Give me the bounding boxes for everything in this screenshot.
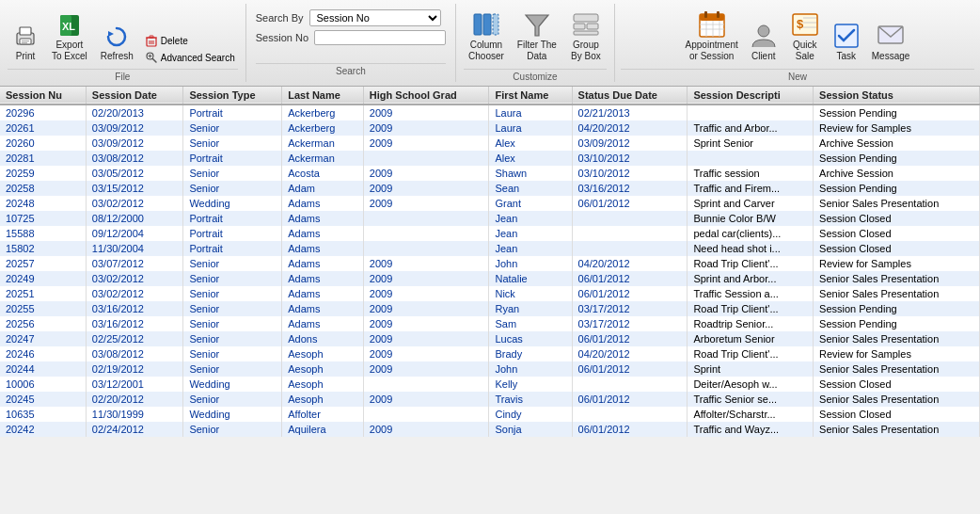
table-row[interactable]: 2026003/09/2012SeniorAckerman2009Alex03/… (0, 136, 980, 151)
cell-11-3: Adams (282, 271, 364, 286)
table-row[interactable]: 2025803/15/2012SeniorAdam2009Sean03/16/2… (0, 181, 980, 196)
cell-14-7: Roadtrip Senior... (688, 316, 814, 331)
message-icon (876, 21, 906, 51)
table-row[interactable]: 2024702/25/2012SeniorAdons2009Lucas06/01… (0, 331, 980, 346)
col-high-school-grad[interactable]: High School Grad (363, 87, 489, 104)
cell-1-6: 04/20/2012 (572, 120, 688, 136)
cell-19-6: 06/01/2012 (572, 392, 688, 407)
table-row[interactable]: 2025603/16/2012SeniorAdams2009Sam03/17/2… (0, 316, 980, 331)
svg-rect-24 (574, 24, 585, 29)
table-row[interactable]: 2025903/05/2012SeniorAcosta2009Shawn03/1… (0, 166, 980, 181)
svg-rect-1 (20, 27, 31, 35)
cell-19-7: Traffic Senior se... (688, 392, 814, 407)
cell-11-5: Natalie (489, 271, 572, 286)
col-session-status[interactable]: Session Status (814, 87, 980, 104)
cell-16-3: Aesoph (282, 346, 364, 361)
cell-16-5: Brady (489, 346, 572, 361)
table-row[interactable]: 2024803/02/2012WeddingAdams2009Grant06/0… (0, 196, 980, 211)
col-first-name[interactable]: First Name (489, 87, 572, 104)
cell-13-4: 2009 (363, 301, 489, 316)
cell-12-4: 2009 (363, 286, 489, 301)
cell-13-2: Senior (183, 301, 282, 316)
svg-rect-20 (483, 14, 491, 35)
table-row[interactable]: 2024603/08/2012SeniorAesoph2009Brady04/2… (0, 346, 980, 361)
quick-sale-button[interactable]: $ QuickSale (785, 7, 825, 65)
client-button[interactable]: Client (744, 18, 783, 65)
appointment-button[interactable]: Appointmentor Session (682, 7, 742, 65)
print-button[interactable]: Print (8, 21, 43, 65)
table-row[interactable]: 2024402/19/2012SeniorAesoph2009John06/01… (0, 361, 980, 377)
table-row[interactable]: 2025503/16/2012SeniorAdams2009Ryan03/17/… (0, 301, 980, 316)
cell-0-0: 20296 (0, 104, 86, 120)
cell-12-2: Senior (183, 286, 282, 301)
col-session-date[interactable]: Session Date (86, 87, 183, 104)
cell-11-7: Sprint and Arbor... (688, 271, 814, 286)
table-row[interactable]: 2028103/08/2012PortraitAckermanAlex03/10… (0, 151, 980, 166)
cell-3-3: Ackerman (282, 151, 364, 166)
message-button[interactable]: Message (868, 18, 914, 65)
cell-6-2: Wedding (183, 196, 282, 211)
cell-14-5: Sam (489, 316, 572, 331)
table-row[interactable]: 2025103/02/2012SeniorAdams2009Nick06/01/… (0, 286, 980, 301)
cell-7-1: 08/12/2000 (86, 211, 183, 226)
cell-18-1: 03/12/2001 (86, 377, 183, 392)
table-row[interactable]: 1580211/30/2004PortraitAdamsJeanNeed hea… (0, 241, 980, 256)
cell-12-7: Traffic Session a... (688, 286, 814, 301)
svg-line-16 (152, 58, 156, 62)
column-chooser-button[interactable]: ColumnChooser (464, 7, 509, 65)
col-session-descripti[interactable]: Session Descripti (688, 87, 814, 104)
cell-0-6: 02/21/2013 (572, 104, 688, 120)
client-label: Client (751, 51, 776, 62)
cell-16-0: 20246 (0, 346, 86, 361)
table-row[interactable]: 2026103/09/2012SeniorAckerberg2009Laura0… (0, 120, 980, 136)
cell-2-4: 2009 (363, 136, 489, 151)
table-row[interactable]: 2024202/24/2012SeniorAquilera2009Sonja06… (0, 422, 980, 437)
cell-15-0: 20247 (0, 331, 86, 346)
cell-14-6: 03/17/2012 (572, 316, 688, 331)
new-icons: Appointmentor Session Client $ (682, 4, 914, 69)
table-row[interactable]: 2024903/02/2012SeniorAdams2009Natalie06/… (0, 271, 980, 286)
delete-button[interactable]: Delete (142, 33, 238, 48)
group-by-icon (571, 9, 601, 40)
col-status-due-date[interactable]: Status Due Date (572, 87, 688, 104)
col-session-nu[interactable]: Session Nu (0, 87, 86, 104)
filter-data-button[interactable]: Filter TheData (513, 7, 561, 65)
table-row[interactable]: 2025703/07/2012SeniorAdams2009John04/20/… (0, 256, 980, 271)
task-label: Task (836, 51, 856, 62)
cell-21-0: 20242 (0, 422, 86, 437)
cell-14-3: Adams (282, 316, 364, 331)
cell-10-6: 04/20/2012 (572, 256, 688, 271)
table-row[interactable]: 2024502/20/2012SeniorAesoph2009Travis06/… (0, 392, 980, 407)
cell-17-0: 20244 (0, 361, 86, 377)
table-body: 2029602/20/2013PortraitAckerberg2009Laur… (0, 104, 980, 437)
col-session-type[interactable]: Session Type (183, 87, 282, 104)
group-by-box-button[interactable]: GroupBy Box (565, 7, 607, 65)
export-excel-button[interactable]: XL ExportTo Excel (47, 9, 92, 65)
table-row[interactable]: 1072508/12/2000PortraitAdamsJeanBunnie C… (0, 211, 980, 226)
table-row[interactable]: 1063511/30/1999WeddingAffolterCindyAffol… (0, 407, 980, 422)
cell-7-8: Session Closed (814, 211, 980, 226)
cell-21-3: Aquilera (282, 422, 364, 437)
task-button[interactable]: Task (827, 18, 866, 65)
table-row[interactable]: 2029602/20/2013PortraitAckerberg2009Laur… (0, 104, 980, 120)
print-label: Print (16, 51, 36, 62)
quick-sale-label: QuickSale (793, 40, 817, 62)
cell-16-2: Senior (183, 346, 282, 361)
cell-16-4: 2009 (363, 346, 489, 361)
cell-11-1: 03/02/2012 (86, 271, 183, 286)
file-group-label: File (8, 69, 238, 82)
search-by-select[interactable]: Session No Last Name First Name Date (309, 9, 441, 26)
refresh-button[interactable]: Refresh (96, 21, 138, 65)
col-last-name[interactable]: Last Name (282, 87, 364, 104)
cell-0-8: Session Pending (814, 104, 980, 120)
session-no-input[interactable] (314, 30, 446, 45)
table-row[interactable]: 1000603/12/2001WeddingAesophKellyDeiter/… (0, 377, 980, 392)
advanced-search-button[interactable]: Advanced Search (142, 50, 238, 65)
cell-5-7: Traffic and Firem... (688, 181, 814, 196)
cell-13-8: Session Pending (814, 301, 980, 316)
cell-5-3: Adam (282, 181, 364, 196)
cell-3-0: 20281 (0, 151, 86, 166)
table-row[interactable]: 1558809/12/2004PortraitAdamsJeanpedal ca… (0, 226, 980, 241)
cell-7-4 (363, 211, 489, 226)
svg-text:XL: XL (62, 21, 75, 32)
